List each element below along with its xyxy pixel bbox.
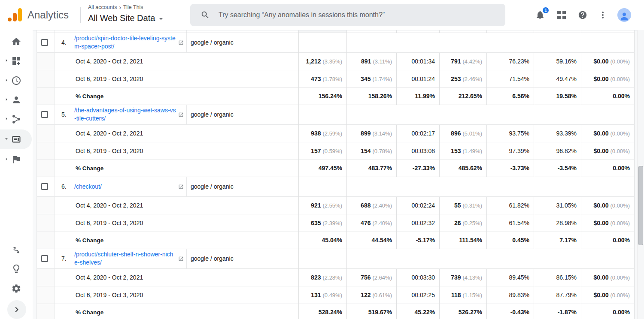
property-block: All accounts › Tile This All Web Site Da… <box>88 4 165 24</box>
metric-cell: 921(2.55%) <box>299 196 347 214</box>
audience-icon <box>11 95 21 105</box>
page-link[interactable]: /product/schluter-shelf-n-shower-niche-s… <box>74 250 176 267</box>
open-page-button[interactable] <box>178 40 184 45</box>
expand-down-icon[interactable] <box>3 136 9 142</box>
table-row-daterange: Oct 4, 2020 - Oct 2, 20211,212(3.35%)891… <box>37 52 635 70</box>
pct-change-cell: 0.00% <box>581 304 635 319</box>
metric-cell: $0.00(0.00%) <box>581 142 635 160</box>
breadcrumb-all-accounts[interactable]: All accounts <box>88 4 117 11</box>
page-cell: 4./product/spin-doctor-tile-leveling-sys… <box>55 33 187 52</box>
gutter-cell <box>37 268 55 286</box>
vertical-scrollbar[interactable] <box>637 30 644 319</box>
sidebar-item-audience[interactable] <box>0 90 33 110</box>
metric-cell: $0.00(0.00%) <box>581 52 635 70</box>
more-options-button[interactable] <box>598 10 608 20</box>
pct-change-cell: 528.24% <box>299 304 347 319</box>
table-row-daterange: Oct 4, 2020 - Oct 2, 2021823(2.28%)756(2… <box>37 268 635 286</box>
search-bar[interactable] <box>190 4 505 26</box>
expand-right-icon[interactable] <box>3 96 9 102</box>
help-button[interactable] <box>578 10 587 20</box>
expand-right-icon[interactable] <box>3 77 9 83</box>
metric-cell: 87.79% <box>534 286 581 304</box>
metric-percent: (0.31%) <box>462 202 482 209</box>
metric-percent: (1.74%) <box>372 76 392 82</box>
breadcrumb-account[interactable]: Tile This <box>123 4 143 11</box>
property-selector[interactable]: All Web Site Data <box>88 12 165 24</box>
empty-metric-cell <box>299 249 347 268</box>
expand-right-icon[interactable] <box>3 57 9 63</box>
search-input[interactable] <box>219 11 505 19</box>
sidebar-item-realtime[interactable] <box>0 71 33 90</box>
sidebar-collapse-button[interactable] <box>7 300 26 319</box>
metric-percent: (3.35%) <box>322 58 342 65</box>
date-range-cell: Oct 4, 2020 - Oct 2, 2021 <box>55 268 299 286</box>
sidebar-item-attribution[interactable] <box>0 240 33 260</box>
metric-value: 00:01:24 <box>412 75 435 82</box>
apps-grid-button[interactable] <box>557 11 566 19</box>
page-link[interactable]: /the-advantages-of-using-wet-saws-vs-til… <box>74 106 176 123</box>
row-index: 6. <box>61 183 74 190</box>
date-range-cell: Oct 4, 2020 - Oct 2, 2021 <box>55 124 299 142</box>
sidebar-item-home[interactable] <box>0 32 33 51</box>
sidebar-item-conversions[interactable] <box>0 150 33 169</box>
pct-change-cell: -1.87% <box>534 304 581 319</box>
metric-value: 1,212 <box>306 58 321 65</box>
gutter-cell <box>37 70 55 87</box>
row-index: 5. <box>61 111 74 118</box>
pct-change-label: % Change <box>76 165 103 172</box>
pct-change-cell: 0.00% <box>581 232 635 249</box>
metric-value: 76.23% <box>509 58 529 65</box>
metric-cell: $0.00(0.00%) <box>581 196 635 214</box>
metric-percent: (0.00%) <box>610 202 630 209</box>
page-link[interactable]: /checkout/ <box>74 183 176 191</box>
page-cell-inner: 5./the-advantages-of-using-wet-saws-vs-t… <box>55 106 186 123</box>
metric-value: 921 <box>311 202 321 209</box>
metric-cell: $0.00(0.00%) <box>581 268 635 286</box>
metric-value: 131 <box>311 292 321 298</box>
metric-percent: (5.01%) <box>462 130 482 137</box>
open-page-button[interactable] <box>178 256 184 262</box>
row-checkbox[interactable] <box>41 255 48 262</box>
sidebar-item-settings[interactable] <box>0 279 33 298</box>
metric-value: 154 <box>361 147 371 154</box>
notifications-button[interactable]: 1 <box>535 10 545 20</box>
pct-change-cell: 111.54% <box>440 232 487 249</box>
expand-right-icon[interactable] <box>3 116 9 122</box>
pct-change-label: % Change <box>76 309 103 316</box>
table-row-page: 6./checkout/google / organic <box>37 177 635 196</box>
open-page-button[interactable] <box>178 112 184 117</box>
page-link[interactable]: /product/spin-doctor-tile-leveling-syste… <box>74 34 176 51</box>
metric-cell: 153(1.49%) <box>440 142 487 160</box>
pct-change-cell: 7.17% <box>534 232 581 249</box>
open-in-new-icon <box>178 112 184 117</box>
metric-cell: 00:03:08 <box>397 142 440 160</box>
metric-percent: (1.49%) <box>462 148 482 154</box>
sidebar-item-acquisition[interactable] <box>0 109 33 129</box>
sidebar-item-discover[interactable] <box>0 259 33 279</box>
metric-percent: (0.00%) <box>610 274 630 281</box>
sidebar-item-customization[interactable] <box>0 51 33 71</box>
avatar[interactable] <box>617 8 631 22</box>
row-checkbox[interactable] <box>41 111 48 118</box>
analytics-logo[interactable]: Analytics <box>8 8 69 21</box>
metric-percent: (0.25%) <box>462 220 482 226</box>
metric-percent: (4.42%) <box>462 58 482 65</box>
pct-change-cell: -0.43% <box>487 304 534 319</box>
open-page-button[interactable] <box>178 184 184 190</box>
metric-value: 896 <box>451 130 461 137</box>
metric-cell: 61.82% <box>487 196 534 214</box>
page-cell-inner: 6./checkout/ <box>55 183 186 191</box>
row-checkbox[interactable] <box>41 39 48 46</box>
metric-cell: 635(2.39%) <box>299 214 347 232</box>
metric-value: 823 <box>311 274 321 281</box>
metric-value: 49.47% <box>556 75 577 82</box>
row-checkbox[interactable] <box>41 183 48 190</box>
table-row-page: 7./product/schluter-shelf-n-shower-niche… <box>37 249 635 268</box>
apps-grid-icon <box>557 11 566 19</box>
source-medium-cell: google / organic <box>187 33 299 52</box>
vertical-scrollbar-thumb[interactable] <box>638 166 643 245</box>
expand-right-icon[interactable] <box>3 156 9 162</box>
metric-cell: 26(0.25%) <box>440 214 487 232</box>
metric-cell: 131(0.49%) <box>299 286 347 304</box>
sidebar-item-behavior[interactable] <box>0 129 32 149</box>
